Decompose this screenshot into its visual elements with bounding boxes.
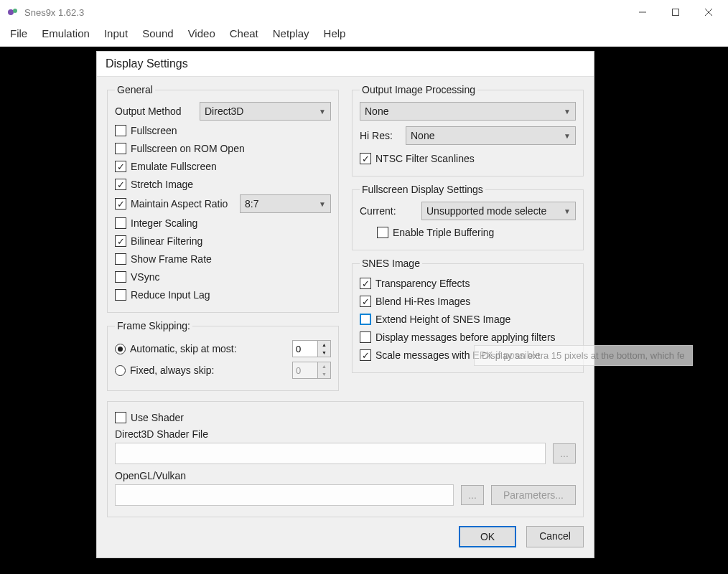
current-label: Current: [360,205,421,217]
app-icon [7,6,19,18]
fullscreen-display-legend: Fullscreen Display Settings [360,184,485,195]
output-processing-legend: Output Image Processing [360,84,477,95]
fullscreen-display-group: Fullscreen Display Settings Current: Uns… [352,184,584,250]
menu-file[interactable]: File [10,27,27,39]
ogl-shader-input[interactable] [115,484,454,506]
ntsc-scanlines-checkbox[interactable] [360,153,371,164]
hires-label: Hi Res: [360,130,406,141]
menu-cheat[interactable]: Cheat [230,27,258,39]
display-messages-checkbox[interactable] [360,331,371,343]
cancel-button[interactable]: Cancel [526,526,584,547]
tooltip: Display an extra 15 pixels at the bottom… [474,345,693,366]
chevron-down-icon: ▼ [319,108,326,116]
chevron-down-icon: ▼ [564,132,571,140]
general-group: General Output Method Direct3D ▼ Fullscr… [107,84,339,313]
chevron-down-icon: ▼ [564,108,571,116]
svg-point-1 [13,9,17,13]
use-shader-checkbox[interactable] [115,412,126,423]
show-framerate-checkbox[interactable] [115,253,126,265]
hires-select[interactable]: None ▼ [406,126,576,145]
blend-hires-checkbox[interactable] [360,296,371,307]
spin-up-icon: ▲ [318,362,330,370]
menu-video[interactable]: Video [188,27,215,39]
output-method-label: Output Method [115,105,200,117]
reduce-input-lag-checkbox[interactable] [115,289,126,301]
bilinear-checkbox[interactable] [115,235,126,247]
dialog-title: Display Settings [97,52,594,77]
menu-netplay[interactable]: Netplay [273,27,309,39]
shader-group: Use Shader Direct3D Shader File ... Open… [107,401,584,517]
spin-up-icon[interactable]: ▲ [318,341,330,349]
menu-input[interactable]: Input [104,27,128,39]
fixed-radio[interactable] [115,365,126,376]
parameters-button[interactable]: Parameters... [491,485,576,505]
aspect-ratio-select[interactable]: 8:7 ▼ [240,194,331,213]
d3d-browse-button[interactable]: ... [553,443,576,464]
maximize-button[interactable] [659,1,692,23]
fullscreen-on-rom-checkbox[interactable] [115,143,126,154]
output-processing-group: Output Image Processing None ▼ Hi Res: N… [352,84,584,177]
minimize-button[interactable] [626,1,659,23]
menu-sound[interactable]: Sound [142,27,173,39]
extend-height-checkbox[interactable] [360,314,371,325]
current-mode-select[interactable]: Unsupported mode selecte ▼ [421,202,576,220]
integer-scaling-checkbox[interactable] [115,217,126,229]
general-legend: General [115,84,155,95]
output-method-select[interactable]: Direct3D ▼ [200,102,331,121]
automatic-spinner[interactable]: ▲▼ [292,340,331,357]
frame-skipping-group: Frame Skipping: Automatic, skip at most:… [107,320,339,391]
d3d-shader-input[interactable] [115,443,546,464]
menu-emulation[interactable]: Emulation [42,27,90,39]
snes-image-legend: SNES Image [360,258,422,269]
maintain-aspect-checkbox[interactable] [115,198,126,210]
automatic-radio[interactable] [115,344,126,354]
titlebar: Snes9x 1.62.3 [0,0,728,24]
svg-point-0 [8,9,14,15]
ok-button[interactable]: OK [459,526,516,547]
emulate-fullscreen-checkbox[interactable] [115,161,126,172]
spin-down-icon: ▼ [318,370,330,378]
vsync-checkbox[interactable] [115,271,126,283]
window-title: Snes9x 1.62.3 [24,7,626,18]
menubar: File Emulation Input Sound Video Cheat N… [0,24,728,47]
display-settings-dialog: Display Settings General Output Method D… [96,51,594,558]
stretch-image-checkbox[interactable] [115,179,126,190]
triple-buffering-checkbox[interactable] [377,227,388,238]
svg-rect-3 [673,9,679,16]
fixed-spinner: ▲▼ [292,362,331,379]
spin-down-icon[interactable]: ▼ [318,349,330,357]
chevron-down-icon: ▼ [564,207,571,215]
ogl-browse-button[interactable]: ... [461,485,484,505]
transparency-checkbox[interactable] [360,278,371,289]
chevron-down-icon: ▼ [319,200,326,208]
frame-skipping-legend: Frame Skipping: [115,320,192,331]
close-button[interactable] [692,1,725,23]
menu-help[interactable]: Help [324,27,346,39]
fullscreen-checkbox[interactable] [115,125,126,136]
output-processing-select[interactable]: None ▼ [360,102,576,121]
ogl-shader-label: OpenGL/Vulkan [115,470,576,481]
d3d-shader-label: Direct3D Shader File [115,428,576,440]
scale-messages-checkbox[interactable] [360,349,371,361]
